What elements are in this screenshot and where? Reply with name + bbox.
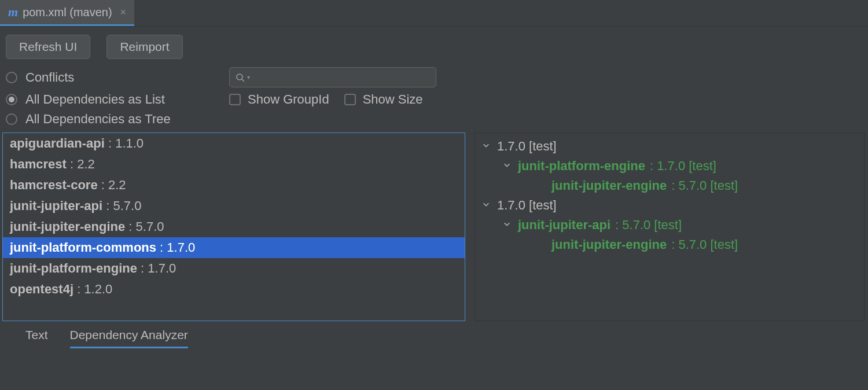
dependency-list-item[interactable]: junit-platform-commons : 1.7.0 — [3, 237, 465, 258]
dependency-name: junit-jupiter-api — [10, 198, 102, 213]
dependency-list-panel: apiguardian-api : 1.1.0hamcrest : 2.2ham… — [2, 133, 465, 321]
dependency-name: junit-platform-commons — [10, 240, 156, 255]
dependency-tree-panel: 1.7.0 [test]junit-platform-engine : 1.7.… — [475, 133, 865, 321]
dependency-version: 1.1.0 — [115, 136, 144, 150]
chevron-down-icon — [503, 161, 513, 171]
radio-all-list[interactable]: All Dependencies as List — [6, 92, 214, 107]
svg-line-1 — [242, 79, 244, 82]
separator: : — [156, 240, 167, 255]
svg-point-0 — [237, 74, 242, 80]
dependency-version: 2.2 — [77, 157, 95, 171]
check-show-groupid[interactable]: Show GroupId — [229, 92, 329, 107]
refresh-ui-button[interactable]: Refresh UI — [6, 35, 90, 59]
dependency-tree-row[interactable]: junit-jupiter-engine : 5.7.0 [test] — [475, 235, 864, 255]
dependency-tree-row[interactable]: junit-jupiter-api : 5.7.0 [test] — [475, 215, 864, 235]
tree-node-suffix: : 1.7.0 [test] — [650, 159, 716, 174]
radio-all-list-label: All Dependencies as List — [25, 92, 165, 107]
radio-icon — [6, 72, 17, 83]
dependency-tree-row[interactable]: junit-platform-engine : 1.7.0 [test] — [475, 156, 864, 176]
chevron-down-icon: ▾ — [247, 74, 250, 80]
tree-node-suffix: 1.7.0 [test] — [497, 198, 557, 213]
filter-row-tree: All Dependencies as Tree — [0, 109, 868, 129]
dependency-name: hamcrest-core — [10, 178, 98, 192]
radio-all-tree-label: All Dependencies as Tree — [25, 112, 171, 127]
dependency-version: 5.7.0 — [136, 219, 164, 234]
separator: : — [105, 136, 115, 150]
tree-node-name: junit-jupiter-api — [518, 218, 610, 233]
dependency-tree-row[interactable]: 1.7.0 [test] — [475, 137, 864, 156]
maven-icon: m — [8, 5, 18, 20]
toolbar: Refresh UI Reimport — [0, 27, 868, 65]
chevron-down-icon — [482, 141, 492, 152]
bottom-tab-bar: Text Dependency Analyzer — [0, 321, 868, 348]
dependency-tree-row[interactable]: 1.7.0 [test] — [475, 196, 864, 215]
radio-icon — [6, 113, 17, 125]
tab-text[interactable]: Text — [25, 328, 48, 348]
search-input[interactable] — [252, 71, 430, 83]
filter-row-conflicts: Conflicts ▾ — [0, 65, 868, 90]
tree-node-name: junit-platform-engine — [518, 159, 645, 174]
tree-node-suffix: : 5.7.0 [test] — [671, 178, 738, 193]
dependency-list-item[interactable]: junit-jupiter-api : 5.7.0 — [3, 196, 465, 216]
separator: : — [73, 282, 84, 296]
separator: : — [98, 178, 108, 192]
radio-icon — [6, 94, 17, 105]
separator: : — [125, 219, 135, 234]
chevron-down-icon — [503, 220, 513, 230]
tree-node-name: junit-jupiter-engine — [551, 178, 667, 193]
dependency-version: 1.7.0 — [148, 261, 176, 275]
radio-all-tree[interactable]: All Dependencies as Tree — [6, 112, 214, 127]
dependency-list-item[interactable]: hamcrest : 2.2 — [3, 154, 465, 175]
dependency-name: apiguardian-api — [10, 136, 105, 150]
filter-row-list: All Dependencies as List Show GroupId Sh… — [0, 90, 868, 109]
dependency-name: hamcrest — [10, 157, 67, 171]
search-icon — [236, 73, 245, 82]
tree-node-suffix: 1.7.0 [test] — [497, 139, 557, 154]
dependency-list-item[interactable]: junit-platform-engine : 1.7.0 — [3, 258, 465, 279]
check-show-size[interactable]: Show Size — [344, 92, 423, 107]
dependency-version: 1.7.0 — [167, 240, 195, 255]
search-input-wrapper[interactable]: ▾ — [229, 67, 436, 87]
separator: : — [102, 198, 113, 213]
chevron-down-icon — [482, 200, 492, 211]
tree-node-name: junit-jupiter-engine — [551, 237, 667, 252]
dependency-version: 1.2.0 — [84, 282, 112, 296]
dependency-version: 2.2 — [108, 178, 126, 192]
dependency-name: opentest4j — [10, 282, 73, 296]
panels: apiguardian-api : 1.1.0hamcrest : 2.2ham… — [0, 129, 868, 321]
dependency-name: junit-jupiter-engine — [10, 219, 125, 234]
dependency-name: junit-platform-engine — [10, 261, 137, 275]
tab-dependency-analyzer[interactable]: Dependency Analyzer — [70, 328, 188, 348]
check-show-groupid-label: Show GroupId — [248, 92, 329, 107]
check-show-size-label: Show Size — [363, 92, 423, 107]
separator: : — [137, 261, 148, 275]
reimport-button[interactable]: Reimport — [106, 35, 182, 59]
radio-conflicts-label: Conflicts — [25, 70, 74, 85]
editor-tab[interactable]: m pom.xml (maven) × — [0, 0, 134, 26]
dependency-list-item[interactable]: junit-jupiter-engine : 5.7.0 — [3, 216, 465, 237]
tree-node-suffix: : 5.7.0 [test] — [671, 237, 738, 252]
radio-conflicts[interactable]: Conflicts — [6, 70, 214, 85]
dependency-list-item[interactable]: opentest4j : 1.2.0 — [3, 279, 465, 300]
editor-tab-bar: m pom.xml (maven) × — [0, 0, 868, 27]
dependency-version: 5.7.0 — [113, 198, 141, 213]
dependency-list-item[interactable]: apiguardian-api : 1.1.0 — [3, 133, 465, 154]
close-icon[interactable]: × — [120, 6, 127, 19]
tree-node-suffix: : 5.7.0 [test] — [615, 218, 682, 233]
dependency-list-item[interactable]: hamcrest-core : 2.2 — [3, 175, 465, 196]
tab-title: pom.xml (maven) — [23, 6, 112, 19]
dependency-tree-row[interactable]: junit-jupiter-engine : 5.7.0 [test] — [475, 176, 864, 196]
checkbox-icon — [344, 94, 356, 105]
separator: : — [67, 157, 77, 171]
checkbox-icon — [229, 94, 241, 105]
